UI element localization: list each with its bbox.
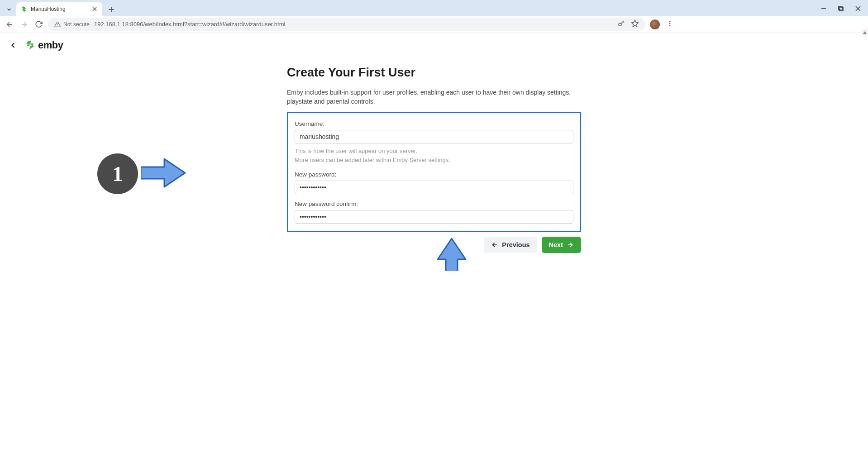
- svg-rect-6: [839, 7, 843, 11]
- browser-tab-strip: MariusHosting: [0, 0, 868, 16]
- svg-point-19: [669, 25, 671, 26]
- previous-label: Previous: [502, 241, 529, 248]
- svg-point-13: [619, 23, 621, 26]
- minimize-button[interactable]: [819, 5, 828, 13]
- emby-logo-text: emby: [38, 39, 63, 51]
- callout-1-number: 1: [97, 153, 138, 194]
- arrow-right-icon: [567, 241, 574, 248]
- browser-nav-bar: Not secure 192.168.1.18:8096/web/index.h…: [0, 16, 868, 33]
- tab-title: MariusHosting: [31, 6, 88, 12]
- reload-button[interactable]: [33, 19, 43, 29]
- username-helper-2: More users can be added later within Emb…: [295, 156, 573, 165]
- wizard-panel: Create Your First User Emby includes bui…: [287, 66, 581, 253]
- bookmark-star-icon[interactable]: [631, 19, 639, 29]
- svg-marker-16: [632, 20, 639, 26]
- profile-avatar[interactable]: [650, 19, 660, 29]
- emby-logo: emby: [25, 39, 63, 51]
- url-text: 192.168.1.18:8096/web/index.html?start=w…: [94, 21, 285, 28]
- chrome-menu-icon[interactable]: [666, 20, 673, 29]
- callout-1: 1: [97, 153, 186, 194]
- arrow-up-annotation-icon: [435, 238, 469, 271]
- tab-search-button[interactable]: [4, 3, 14, 16]
- close-window-button[interactable]: [854, 5, 863, 13]
- app-back-button[interactable]: [8, 41, 18, 50]
- password-confirm-input[interactable]: [295, 210, 573, 224]
- password-input[interactable]: [295, 181, 573, 194]
- arrow-left-icon: [491, 241, 498, 248]
- url-bar[interactable]: Not secure 192.168.1.18:8096/web/index.h…: [48, 18, 645, 31]
- password-label: New password:: [295, 171, 573, 178]
- page-title: Create Your First User: [287, 66, 581, 80]
- svg-point-17: [669, 21, 671, 22]
- password-confirm-label: New password confirm:: [295, 200, 573, 207]
- svg-line-15: [623, 21, 624, 22]
- new-tab-button[interactable]: [105, 3, 118, 16]
- browser-tab[interactable]: MariusHosting: [16, 2, 102, 16]
- username-input[interactable]: [295, 130, 573, 143]
- back-button[interactable]: [5, 19, 14, 29]
- window-controls: [819, 2, 868, 16]
- maximize-button[interactable]: [836, 5, 845, 13]
- svg-marker-24: [141, 159, 185, 187]
- page-description: Emby includes built-in support for user …: [287, 88, 581, 106]
- next-button[interactable]: Next: [542, 237, 581, 253]
- password-key-icon[interactable]: [617, 19, 625, 29]
- emby-favicon: [21, 6, 27, 12]
- svg-rect-5: [839, 6, 842, 10]
- emby-logo-icon: [25, 40, 35, 50]
- security-indicator[interactable]: Not secure: [54, 21, 90, 28]
- app-header: emby: [0, 33, 868, 57]
- next-label: Next: [549, 241, 563, 248]
- callout-2: 2: [431, 238, 472, 271]
- username-label: Username:: [295, 120, 573, 127]
- svg-marker-25: [438, 239, 466, 271]
- previous-button[interactable]: Previous: [484, 237, 537, 253]
- highlighted-form-box: Username: This is how the user will appe…: [287, 112, 581, 233]
- forward-button[interactable]: [19, 19, 29, 29]
- username-helper-1: This is how the user will appear on your…: [295, 147, 573, 156]
- security-label: Not secure: [63, 21, 90, 28]
- svg-point-18: [669, 23, 671, 24]
- arrow-right-annotation-icon: [141, 156, 186, 192]
- close-tab-icon[interactable]: [91, 6, 98, 12]
